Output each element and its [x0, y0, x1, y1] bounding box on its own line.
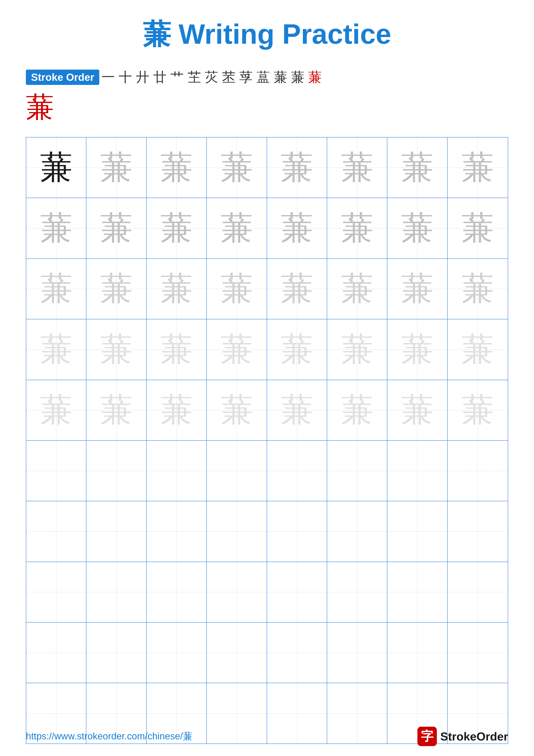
grid-cell-1-5[interactable]: 蒹: [327, 198, 387, 258]
cell-char-8-2: 蒹: [160, 631, 192, 675]
title-text: Writing Practice: [179, 18, 391, 50]
grid-cell-8-5[interactable]: 蒹: [327, 623, 387, 683]
grid-cell-7-5[interactable]: 蒹: [327, 562, 387, 622]
grid-cell-1-6[interactable]: 蒹: [387, 198, 447, 258]
grid-cell-5-1[interactable]: 蒹: [87, 441, 146, 501]
grid-cell-7-1[interactable]: 蒹: [87, 562, 146, 622]
grid-cell-2-6[interactable]: 蒹: [387, 259, 447, 319]
cell-char-6-5: 蒹: [341, 510, 373, 553]
grid-cell-8-3[interactable]: 蒹: [207, 623, 267, 683]
grid-cell-0-1[interactable]: 蒹: [87, 138, 146, 198]
grid-cell-1-4[interactable]: 蒹: [267, 198, 327, 258]
grid-cell-7-6[interactable]: 蒹: [387, 562, 447, 622]
grid-row-1: 蒹蒹蒹蒹蒹蒹蒹蒹: [26, 198, 508, 258]
cell-char-2-4: 蒹: [281, 267, 313, 310]
grid-cell-3-1[interactable]: 蒹: [87, 319, 146, 380]
grid-cell-6-5[interactable]: 蒹: [327, 501, 387, 561]
cell-char-3-6: 蒹: [401, 328, 433, 371]
grid-cell-0-5[interactable]: 蒹: [327, 138, 387, 198]
cell-char-7-5: 蒹: [341, 570, 373, 614]
cell-char-4-4: 蒹: [281, 388, 313, 432]
grid-cell-4-3[interactable]: 蒹: [207, 380, 267, 440]
grid-cell-5-6[interactable]: 蒹: [387, 441, 447, 501]
grid-cell-5-5[interactable]: 蒹: [327, 441, 387, 501]
grid-cell-8-6[interactable]: 蒹: [387, 623, 447, 683]
grid-cell-3-0[interactable]: 蒹: [26, 319, 87, 380]
grid-cell-1-7[interactable]: 蒹: [447, 198, 508, 258]
grid-cell-7-7[interactable]: 蒹: [447, 562, 508, 622]
grid-cell-7-2[interactable]: 蒹: [147, 562, 207, 622]
stroke-step-8: 莩: [239, 68, 253, 86]
cell-char-5-3: 蒹: [220, 449, 253, 493]
grid-cell-3-4[interactable]: 蒹: [267, 319, 327, 380]
cell-char-7-0: 蒹: [40, 570, 72, 614]
stroke-order-section: Stroke Order 一十廾廿艹芏苂苤莩蒀蒹蒹蒹 蒹: [26, 68, 508, 133]
grid-cell-8-2[interactable]: 蒹: [147, 623, 207, 683]
grid-cell-6-0[interactable]: 蒹: [26, 501, 87, 561]
cell-char-0-0: 蒹: [40, 146, 72, 189]
cell-char-0-3: 蒹: [220, 146, 253, 189]
grid-cell-8-7[interactable]: 蒹: [447, 623, 508, 683]
grid-cell-6-4[interactable]: 蒹: [267, 501, 327, 561]
grid-cell-1-2[interactable]: 蒹: [147, 198, 207, 258]
grid-cell-6-3[interactable]: 蒹: [207, 501, 267, 561]
grid-cell-5-4[interactable]: 蒹: [267, 441, 327, 501]
grid-cell-8-1[interactable]: 蒹: [87, 623, 146, 683]
grid-cell-6-2[interactable]: 蒹: [147, 501, 207, 561]
cell-char-7-6: 蒹: [401, 570, 433, 614]
grid-cell-2-0[interactable]: 蒹: [26, 259, 87, 319]
grid-cell-6-6[interactable]: 蒹: [387, 501, 447, 561]
grid-cell-3-2[interactable]: 蒹: [147, 319, 207, 380]
cell-char-8-0: 蒹: [40, 631, 72, 675]
stroke-step-11: 蒹: [291, 68, 304, 86]
grid-cell-1-3[interactable]: 蒹: [207, 198, 267, 258]
cell-char-4-7: 蒹: [461, 388, 494, 432]
grid-cell-2-7[interactable]: 蒹: [447, 259, 508, 319]
grid-cell-0-0[interactable]: 蒹: [26, 138, 87, 198]
grid-cell-3-7[interactable]: 蒹: [447, 319, 508, 380]
grid-cell-1-1[interactable]: 蒹: [87, 198, 146, 258]
big-char-display: 蒹: [26, 88, 508, 126]
grid-cell-2-3[interactable]: 蒹: [207, 259, 267, 319]
grid-cell-0-4[interactable]: 蒹: [267, 138, 327, 198]
grid-cell-4-2[interactable]: 蒹: [147, 380, 207, 440]
grid-cell-0-7[interactable]: 蒹: [447, 138, 508, 198]
grid-cell-4-1[interactable]: 蒹: [87, 380, 146, 440]
grid-cell-2-5[interactable]: 蒹: [327, 259, 387, 319]
cell-char-6-6: 蒹: [401, 510, 433, 553]
grid-cell-4-0[interactable]: 蒹: [26, 380, 87, 440]
grid-cell-8-0[interactable]: 蒹: [26, 623, 87, 683]
grid-cell-7-3[interactable]: 蒹: [207, 562, 267, 622]
grid-cell-4-6[interactable]: 蒹: [387, 380, 447, 440]
grid-cell-0-3[interactable]: 蒹: [207, 138, 267, 198]
grid-cell-4-5[interactable]: 蒹: [327, 380, 387, 440]
grid-cell-7-4[interactable]: 蒹: [267, 562, 327, 622]
grid-cell-5-2[interactable]: 蒹: [147, 441, 207, 501]
cell-char-4-5: 蒹: [341, 388, 373, 432]
grid-cell-6-1[interactable]: 蒹: [87, 501, 146, 561]
grid-cell-8-4[interactable]: 蒹: [267, 623, 327, 683]
grid-cell-7-0[interactable]: 蒹: [26, 562, 87, 622]
grid-row-0: 蒹蒹蒹蒹蒹蒹蒹蒹: [26, 138, 508, 198]
grid-row-4: 蒹蒹蒹蒹蒹蒹蒹蒹: [26, 380, 508, 441]
grid-cell-1-0[interactable]: 蒹: [26, 198, 87, 258]
grid-cell-4-7[interactable]: 蒹: [447, 380, 508, 440]
grid-cell-5-7[interactable]: 蒹: [447, 441, 508, 501]
grid-cell-6-7[interactable]: 蒹: [447, 501, 508, 561]
grid-row-3: 蒹蒹蒹蒹蒹蒹蒹蒹: [26, 319, 508, 380]
grid-cell-3-6[interactable]: 蒹: [387, 319, 447, 380]
grid-cell-0-2[interactable]: 蒹: [147, 138, 207, 198]
cell-char-8-4: 蒹: [281, 631, 313, 675]
cell-char-7-4: 蒹: [281, 570, 313, 614]
cell-char-9-3: 蒹: [220, 691, 253, 735]
grid-cell-0-6[interactable]: 蒹: [387, 138, 447, 198]
grid-cell-4-4[interactable]: 蒹: [267, 380, 327, 440]
grid-cell-2-2[interactable]: 蒹: [147, 259, 207, 319]
grid-cell-2-4[interactable]: 蒹: [267, 259, 327, 319]
grid-cell-3-5[interactable]: 蒹: [327, 319, 387, 380]
grid-cell-2-1[interactable]: 蒹: [87, 259, 146, 319]
grid-cell-5-3[interactable]: 蒹: [207, 441, 267, 501]
grid-cell-5-0[interactable]: 蒹: [26, 441, 87, 501]
page: 蒹 Writing Practice Stroke Order 一十廾廿艹芏苂苤…: [0, 0, 534, 756]
grid-cell-3-3[interactable]: 蒹: [207, 319, 267, 380]
